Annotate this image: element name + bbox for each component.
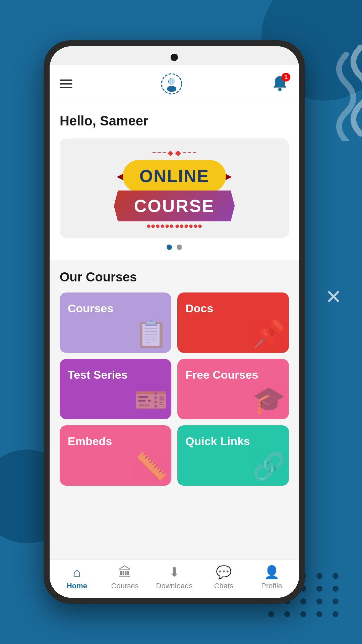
nav-item-home[interactable]: ⌂ Home: [60, 565, 94, 590]
course-card-icon-docs: 📌: [252, 318, 286, 350]
svg-point-2: [167, 86, 176, 92]
course-card-icon-test: 🎫: [134, 384, 168, 416]
section-title: Our Courses: [60, 270, 289, 284]
notification-button[interactable]: 1: [271, 74, 289, 94]
svg-point-6: [278, 88, 282, 91]
banner-section: – – – ◆ ◆ – – – ◀ ONLINE ▶ COURSE: [50, 132, 299, 260]
course-card-docs[interactable]: Docs 📌: [177, 292, 289, 353]
downloads-label: Downloads: [156, 582, 193, 590]
course-card-free-courses[interactable]: Free Courses 🎓: [177, 359, 289, 419]
course-card-label-courses: Courses: [68, 302, 163, 315]
phone-screen: 1 Hello, Sameer – – – ◆ ◆: [50, 46, 299, 598]
course-card-label-docs: Docs: [185, 302, 281, 315]
banner-indicator: [167, 245, 182, 250]
course-card-icon-embeds: 📏: [134, 451, 168, 482]
course-card-icon-courses: 📋: [134, 318, 168, 350]
indicator-dot-0: [167, 245, 172, 250]
course-card-label-embeds: Embeds: [68, 435, 163, 448]
course-card-test-series[interactable]: Test Series 🎫: [60, 359, 171, 419]
app-header: 1: [50, 65, 299, 103]
courses-grid: Courses 📋 Docs 📌 Test Series 🎫 F: [60, 292, 289, 486]
course-card-icon-free: 🎓: [252, 384, 286, 416]
greeting-section: Hello, Sameer: [50, 103, 299, 132]
phone-notch: [50, 46, 299, 65]
main-scroll[interactable]: Hello, Sameer – – – ◆ ◆ – – –: [50, 103, 299, 559]
banner-course-ribbon: COURSE: [114, 191, 235, 221]
courses-section: Our Courses Courses 📋 Docs 📌 Test Series: [50, 260, 299, 489]
notification-badge: 1: [282, 73, 290, 82]
home-label: Home: [67, 582, 87, 590]
bottom-nav: ⌂ Home 🏛 Courses ⬇ Downloads 💬 Chats 👤: [50, 559, 299, 598]
home-icon: ⌂: [73, 565, 81, 580]
app-content: 1 Hello, Sameer – – – ◆ ◆: [50, 65, 299, 598]
courses-icon: 🏛: [119, 565, 131, 580]
chats-icon: 💬: [216, 565, 232, 580]
nav-item-profile[interactable]: 👤 Profile: [255, 565, 288, 590]
camera: [171, 54, 178, 61]
greeting-text: Hello, Sameer: [60, 113, 289, 128]
course-card-quick-links[interactable]: Quick Links 🔗: [177, 425, 289, 486]
profile-label: Profile: [261, 582, 282, 590]
bg-wave: [295, 40, 362, 141]
course-card-label-test-series: Test Series: [68, 368, 163, 381]
nav-item-courses[interactable]: 🏛 Courses: [108, 565, 142, 590]
course-card-label-free-courses: Free Courses: [185, 368, 281, 381]
course-card-label-quick-links: Quick Links: [185, 435, 281, 448]
profile-icon: 👤: [264, 565, 280, 580]
courses-nav-label: Courses: [111, 582, 139, 590]
cross-decoration: ✕: [325, 285, 342, 309]
nav-item-chats[interactable]: 💬 Chats: [207, 565, 240, 590]
downloads-icon: ⬇: [169, 565, 180, 580]
svg-rect-3: [169, 79, 171, 86]
phone-frame: 1 Hello, Sameer – – – ◆ ◆: [44, 40, 305, 604]
svg-rect-4: [171, 77, 173, 86]
course-card-icon-quick: 🔗: [252, 451, 286, 482]
course-card-courses[interactable]: Courses 📋: [60, 292, 171, 353]
banner-container: – – – ◆ ◆ – – – ◀ ONLINE ▶ COURSE: [60, 139, 289, 238]
banner-graphic: – – – ◆ ◆ – – – ◀ ONLINE ▶ COURSE: [70, 149, 279, 228]
banner-online-pill: ONLINE: [123, 160, 226, 192]
logo-container: [157, 72, 187, 96]
app-logo: [157, 72, 187, 96]
course-card-embeds[interactable]: Embeds 📏: [60, 425, 171, 486]
indicator-dot-1: [177, 245, 182, 250]
hamburger-button[interactable]: [60, 79, 72, 88]
chats-label: Chats: [214, 582, 233, 590]
svg-rect-5: [173, 79, 175, 86]
nav-item-downloads[interactable]: ⬇ Downloads: [156, 565, 193, 590]
